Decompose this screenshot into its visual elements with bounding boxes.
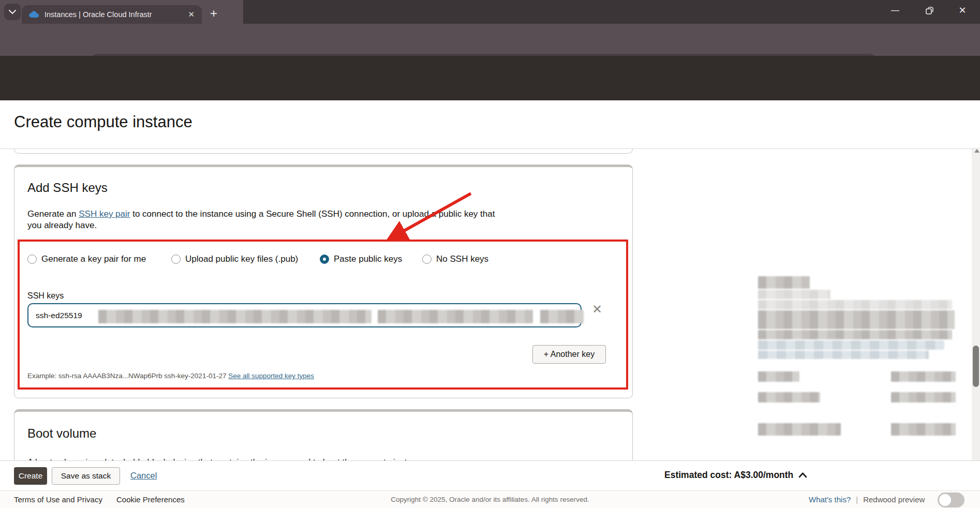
page-title-bar: Create compute instance (0, 100, 980, 149)
browser-tab-strip: Instances | Oracle Cloud Infrastr ✕ + — … (0, 0, 980, 24)
main-content: Add SSH keys Generate an SSH key pair to… (0, 149, 980, 508)
restore-icon (926, 7, 933, 14)
annotation-rectangle (18, 240, 628, 390)
cancel-link[interactable]: Cancel (130, 471, 157, 481)
create-button[interactable]: Create (14, 467, 47, 485)
redwood-preview-label: Redwood preview (863, 495, 925, 504)
new-tab-button[interactable]: + (210, 6, 217, 21)
whats-this-link[interactable]: What's this? (809, 495, 851, 504)
chevron-down-icon (9, 10, 16, 14)
window-restore-button[interactable] (922, 3, 937, 18)
browser-toolbar: ← → ↻ cloud.oracle.com/compute/instances… (0, 24, 980, 56)
ssh-key-pair-link[interactable]: SSH key pair (79, 209, 130, 219)
tab-close-icon[interactable]: ✕ (188, 10, 195, 19)
scrollbar-track[interactable] (972, 146, 980, 471)
ssh-section-heading: Add SSH keys (27, 181, 108, 195)
footer: Terms of Use and Privacy Cookie Preferen… (0, 490, 980, 508)
cloud-favicon-icon (29, 11, 39, 18)
chevron-up-icon (798, 472, 807, 478)
window-minimize-button[interactable]: — (888, 3, 902, 18)
ssh-description: Generate an SSH key pair to connect to t… (27, 208, 503, 231)
estimated-cost[interactable]: Estimated cost: A$3.00/month (664, 470, 807, 481)
tab-search-button[interactable] (4, 4, 21, 20)
action-bar: Create Save as stack Cancel Estimated co… (0, 460, 980, 490)
scrollbar-up-arrow[interactable] (974, 149, 979, 153)
boot-volume-heading: Boot volume (27, 426, 96, 441)
save-as-stack-button[interactable]: Save as stack (52, 467, 120, 485)
oci-header: Cloud Australia Southeast (Melbourne) <>… (0, 56, 980, 100)
scrollbar-thumb[interactable] (973, 346, 979, 387)
footer-right-group: What's this? | Redwood preview (809, 495, 925, 504)
browser-tab[interactable]: Instances | Oracle Cloud Infrastr ✕ (22, 5, 202, 24)
redwood-preview-toggle[interactable] (938, 492, 964, 507)
page-title: Create compute instance (14, 113, 192, 131)
window-close-button[interactable]: ✕ (955, 3, 970, 18)
tab-title: Instances | Oracle Cloud Infrastr (44, 10, 175, 19)
